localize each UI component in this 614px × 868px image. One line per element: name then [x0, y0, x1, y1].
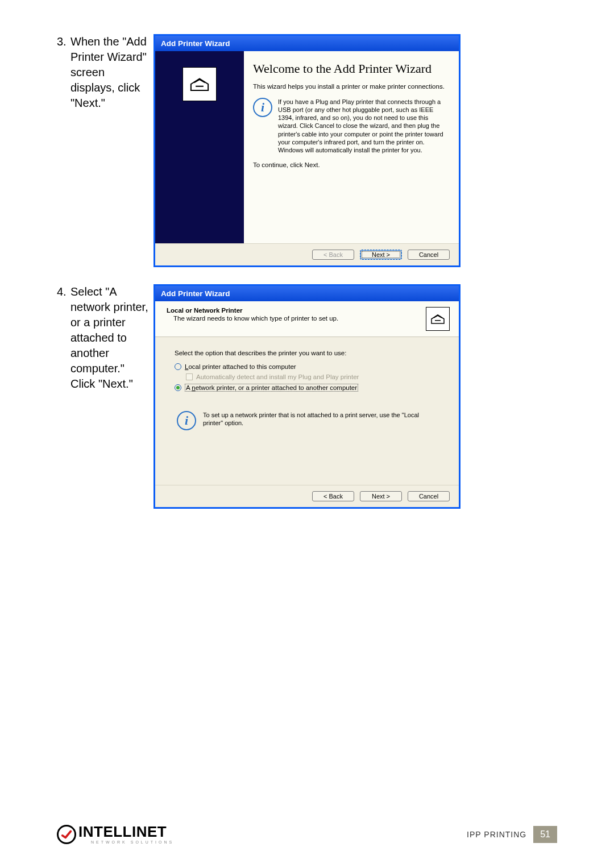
brand-tagline: NETWORK SOLUTIONS [78, 840, 174, 844]
wizard1-info: If you have a Plug and Play printer that… [278, 98, 450, 154]
page-footer: INTELLINET NETWORK SOLUTIONS IPP PRINTIN… [57, 824, 557, 844]
step-4-body: Select "A network printer, or a printer … [70, 284, 150, 392]
logo-mark-icon [57, 825, 76, 844]
wizard1-button-bar: < Back Next > Cancel [155, 243, 459, 265]
step-3-row: 3. When the "Add Printer Wizard" screen … [57, 34, 557, 267]
wizard1-titlebar: Add Printer Wizard [155, 36, 459, 51]
step-3-text: 3. When the "Add Printer Wizard" screen … [57, 34, 154, 111]
printer-icon [182, 67, 217, 101]
brand-name: INTELLINET [78, 824, 174, 839]
step-3-number: 3. [57, 34, 70, 111]
radio-icon [175, 384, 181, 391]
printer-icon [426, 307, 450, 331]
wizard-welcome: Add Printer Wizard Welcome to the Add Pr… [154, 34, 460, 267]
radio-icon [175, 363, 181, 370]
info-icon: i [253, 98, 272, 117]
checkbox-autodetect: Automatically detect and install my Plug… [175, 373, 439, 380]
wizard1-heading: Welcome to the Add Printer Wizard [253, 61, 450, 76]
wizard2-header-sub: The wizard needs to know which type of p… [167, 315, 420, 322]
back-button: < Back [312, 250, 354, 260]
brand-logo: INTELLINET NETWORK SOLUTIONS [57, 824, 174, 844]
radio-network-printer[interactable]: A network printer, or a printer attached… [175, 384, 439, 392]
step-4-number: 4. [57, 284, 70, 392]
wizard2-prompt: Select the option that describes the pri… [175, 350, 439, 356]
info-icon: i [177, 411, 196, 430]
wizard2-header: Local or Network Printer The wizard need… [155, 301, 459, 337]
wizard1-sidebar [155, 51, 244, 243]
wizard1-intro: This wizard helps you install a printer … [253, 82, 450, 91]
wizard2-info: To set up a network printer that is not … [203, 411, 439, 427]
svg-rect-1 [435, 320, 441, 321]
step-3-body: When the "Add Printer Wizard" screen dis… [70, 34, 150, 111]
step-4-text: 4. Select "A network printer, or a print… [57, 284, 154, 392]
wizard2-button-bar: < Back Next > Cancel [155, 485, 459, 507]
wizard2-header-title: Local or Network Printer [167, 307, 420, 314]
wizard-local-network: Add Printer Wizard Local or Network Prin… [154, 284, 460, 509]
next-button[interactable]: Next > [360, 491, 402, 501]
back-button[interactable]: < Back [312, 491, 354, 501]
checkbox-icon [186, 373, 193, 380]
cancel-button[interactable]: Cancel [408, 250, 450, 260]
footer-section: IPP PRINTING [467, 830, 526, 839]
page-number: 51 [533, 826, 557, 843]
step-4-row: 4. Select "A network printer, or a print… [57, 284, 557, 509]
next-button[interactable]: Next > [360, 250, 402, 260]
svg-rect-0 [196, 86, 204, 87]
radio-local-printer[interactable]: Local printer attached to this computer [175, 363, 439, 370]
cancel-button[interactable]: Cancel [408, 491, 450, 501]
wizard1-continue: To continue, click Next. [253, 161, 450, 169]
wizard2-titlebar: Add Printer Wizard [155, 286, 459, 301]
